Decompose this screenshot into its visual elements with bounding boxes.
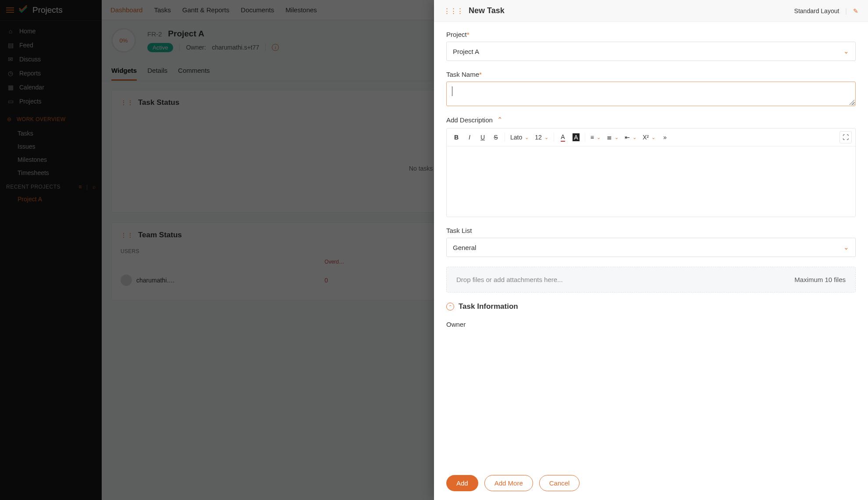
add-button[interactable]: Add — [446, 475, 478, 491]
task-name-label: Task Name* — [446, 71, 856, 78]
field-description: Add Description ⌃ B I U S Lato⌄ 12⌄ A A … — [446, 116, 856, 217]
filter-icon[interactable]: ≡ — [78, 184, 82, 190]
sidebar-section-label: WORK OVERVIEW — [17, 116, 66, 122]
expand-icon[interactable]: ⛶ — [840, 131, 852, 143]
panel-body: Project* Project A ⌄ Task Name* Add Desc… — [434, 22, 868, 469]
sidebar-section-recent: RECENT PROJECTS ≡ | ⌕ — [0, 179, 102, 193]
indent-button[interactable]: ⇤⌄ — [622, 134, 639, 141]
chevron-down-icon: ⌄ — [843, 243, 849, 251]
project-select[interactable]: Project A ⌄ — [446, 42, 856, 61]
font-size-select[interactable]: 12⌄ — [532, 134, 551, 141]
hamburger-icon[interactable] — [6, 7, 14, 13]
task-list-selected-value: General — [453, 244, 476, 251]
task-information-section[interactable]: ⌃ Task Information — [446, 302, 856, 311]
sidebar: Projects ⌂ Home ▤ Feed ✉ Discuss ◷ Repor… — [0, 0, 102, 500]
section-title: Task Information — [459, 302, 518, 311]
task-name-input[interactable] — [446, 82, 856, 106]
search-icon[interactable]: ⌕ — [92, 184, 96, 190]
field-project: Project* Project A ⌄ — [446, 31, 856, 61]
panel-footer: Add Add More Cancel — [434, 469, 868, 500]
description-input[interactable] — [447, 146, 855, 217]
description-toggle[interactable]: Add Description ⌃ — [446, 116, 856, 124]
home-icon: ⌂ — [7, 28, 14, 35]
sidebar-item-milestones[interactable]: Milestones — [0, 153, 102, 166]
collapse-icon: ⊖ — [6, 116, 12, 122]
sidebar-item-label: Home — [19, 28, 36, 35]
attachment-dropzone[interactable]: Drop files or add attachments here... Ma… — [446, 267, 856, 293]
text-color-button[interactable]: A — [557, 131, 569, 143]
sidebar-item-label: Projects — [19, 98, 42, 105]
highlight-button[interactable]: A — [570, 131, 582, 143]
feed-icon: ▤ — [7, 42, 14, 49]
sidebar-item-label: Feed — [19, 42, 33, 49]
discuss-icon: ✉ — [7, 56, 14, 63]
sidebar-item-projects[interactable]: ▭ Projects — [0, 94, 102, 108]
owner-field-label: Owner — [446, 321, 856, 328]
add-more-button[interactable]: Add More — [484, 475, 533, 491]
collapse-icon: ⌃ — [446, 303, 454, 311]
align-button[interactable]: ≡⌄ — [588, 134, 603, 141]
task-list-label: Task List — [446, 227, 856, 234]
app-logo-icon — [18, 5, 28, 15]
sidebar-recent-project-a[interactable]: Project A — [0, 193, 102, 206]
sidebar-nav: ⌂ Home ▤ Feed ✉ Discuss ◷ Reports ▦ Cale… — [0, 21, 102, 112]
sidebar-item-timesheets[interactable]: Timesheets — [0, 166, 102, 179]
edit-icon[interactable]: ✎ — [853, 7, 858, 14]
text-cursor — [452, 86, 452, 96]
panel-title: New Task — [469, 6, 505, 15]
underline-button[interactable]: U — [477, 131, 489, 143]
sidebar-item-label: Reports — [19, 70, 41, 77]
chevron-down-icon: ⌄ — [651, 135, 655, 140]
font-family-select[interactable]: Lato⌄ — [508, 134, 531, 141]
chevron-down-icon: ⌄ — [615, 135, 619, 140]
more-button[interactable]: » — [659, 131, 671, 143]
sidebar-item-home[interactable]: ⌂ Home — [0, 24, 102, 38]
rte-toolbar: B I U S Lato⌄ 12⌄ A A ≡⌄ ≣⌄ ⇤⌄ X²⌄ » — [447, 129, 855, 146]
project-label: Project* — [446, 31, 856, 38]
sidebar-header: Projects — [0, 0, 102, 21]
strike-button[interactable]: S — [490, 131, 502, 143]
sidebar-section-label: RECENT PROJECTS — [6, 184, 60, 190]
sidebar-item-label: Calendar — [19, 84, 44, 91]
new-task-panel: ⋮⋮⋮ New Task Standard Layout | ✎ Project… — [434, 0, 868, 500]
rich-text-editor: B I U S Lato⌄ 12⌄ A A ≡⌄ ≣⌄ ⇤⌄ X²⌄ » — [446, 128, 856, 217]
sidebar-item-feed[interactable]: ▤ Feed — [0, 38, 102, 52]
project-selected-value: Project A — [453, 48, 479, 55]
calendar-icon: ▦ — [7, 84, 14, 91]
field-owner: Owner — [446, 321, 856, 332]
task-list-select[interactable]: General ⌄ — [446, 238, 856, 257]
chevron-down-icon: ⌄ — [597, 135, 601, 140]
dropzone-hint: Drop files or add attachments here... — [456, 276, 563, 283]
sidebar-section-work-overview[interactable]: ⊖ WORK OVERVIEW — [0, 112, 102, 127]
bold-button[interactable]: B — [450, 131, 462, 143]
reports-icon: ◷ — [7, 70, 14, 77]
chevron-down-icon: ⌄ — [544, 135, 548, 140]
dropzone-max: Maximum 10 files — [794, 276, 846, 283]
superscript-button[interactable]: X²⌄ — [640, 134, 658, 141]
panel-header: ⋮⋮⋮ New Task Standard Layout | ✎ — [434, 0, 868, 22]
sidebar-item-reports[interactable]: ◷ Reports — [0, 66, 102, 80]
sidebar-item-label: Discuss — [19, 56, 41, 63]
chevron-down-icon: ⌄ — [633, 135, 637, 140]
list-button[interactable]: ≣⌄ — [604, 134, 621, 141]
sidebar-item-tasks[interactable]: Tasks — [0, 127, 102, 140]
field-task-name: Task Name* — [446, 71, 856, 106]
sidebar-item-discuss[interactable]: ✉ Discuss — [0, 52, 102, 66]
italic-button[interactable]: I — [463, 131, 476, 143]
layout-label[interactable]: Standard Layout — [794, 7, 840, 14]
field-task-list: Task List General ⌄ — [446, 227, 856, 257]
app-brand: Projects — [32, 5, 63, 15]
chevron-up-icon: ⌃ — [497, 116, 503, 124]
projects-icon: ▭ — [7, 98, 14, 105]
sidebar-item-issues[interactable]: Issues — [0, 140, 102, 153]
grid-icon[interactable]: ⋮⋮⋮ — [444, 7, 463, 15]
chevron-down-icon: ⌄ — [525, 135, 529, 140]
cancel-button[interactable]: Cancel — [539, 475, 580, 491]
chevron-down-icon: ⌄ — [843, 47, 849, 55]
sidebar-item-calendar[interactable]: ▦ Calendar — [0, 80, 102, 94]
